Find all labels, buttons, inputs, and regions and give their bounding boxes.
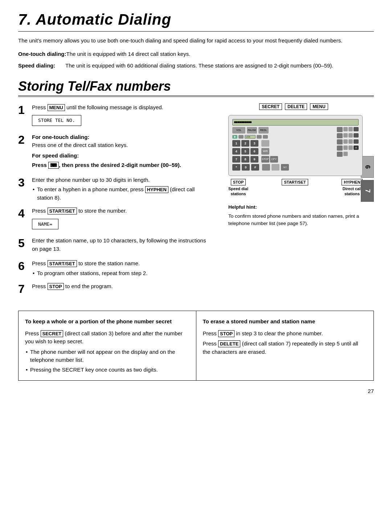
delete-label: DELETE: [285, 103, 307, 110]
start-set-box: START/SET: [282, 179, 308, 185]
dck-2c: [348, 133, 353, 138]
key-2: 2: [241, 140, 249, 147]
start-set-key-s6: START/SET: [48, 260, 77, 267]
dck-4a: [337, 146, 343, 151]
write-key: WR: [261, 148, 269, 155]
volume-key: VOL: [232, 127, 245, 134]
key-9: 9: [250, 156, 258, 163]
step-1-number: 1: [18, 104, 32, 116]
display-name: NAME=: [32, 219, 58, 230]
device-diagram: ■■■■■■■■■■ VOL PAUSE REDL ▶: [228, 115, 363, 176]
diagram-column: SECRET DELETE MENU ■■■■■■■■■■ VOL PAUSE: [217, 103, 374, 300]
dck-1c: [348, 127, 353, 131]
dck-4d: JE: [354, 146, 359, 150]
step-3: 3 Enter the phone number up to 30 digits…: [18, 176, 210, 202]
intro-text: The unit's memory allows you to use both…: [18, 37, 374, 45]
dck-2a: [337, 133, 343, 138]
bottom-right-box: To erase a stored number and station nam…: [196, 311, 374, 380]
start-set-label: START/SET: [282, 179, 308, 186]
step-3-bullet: To enter a hyphen in a phone number, pre…: [32, 185, 210, 202]
step-3-number: 3: [18, 177, 32, 188]
dck-row-4: JE: [337, 146, 359, 151]
stop-function-key: STOP: [261, 156, 269, 163]
key-8: 8: [241, 156, 249, 163]
step-7-content: Press STOP to end the program.: [32, 282, 210, 292]
secret-label: SECRET: [259, 103, 282, 110]
bottom-section: To keep a whole or a portion of the phon…: [18, 311, 374, 381]
step-5-content: Enter the station name, up to 10 charact…: [32, 237, 210, 254]
num-key: ⌨: [48, 162, 59, 169]
section-title: Storing Tel/Fax numbers: [18, 79, 374, 97]
secret-key-inline: SECRET: [41, 330, 64, 337]
func-b: [271, 164, 279, 171]
dck-2d: [354, 133, 359, 138]
bottom-right-p1: Press STOP in step 3 to clear the phone …: [203, 330, 367, 338]
key-hash: #: [251, 164, 259, 171]
key-3: 3: [250, 140, 258, 147]
numpad: 1 2 3 4 5 6: [232, 140, 334, 171]
redial-key: REDL: [258, 127, 269, 134]
device-left-panel: VOL PAUSE REDL ▶ LCD: [232, 127, 334, 172]
step-4-content: Press START/SET to store the number. NAM…: [32, 207, 210, 232]
dck-row-2: [337, 133, 359, 138]
helpful-hint-text: To confirm stored phone numbers and stat…: [228, 213, 363, 228]
dck-3d: [354, 139, 359, 144]
bottom-left-bullet-1: The phone number will not appear on the …: [25, 348, 189, 364]
stop-key-inline: STOP: [218, 330, 234, 337]
step-4-number: 4: [18, 208, 32, 219]
page-title: 7. Automatic Dialing: [18, 11, 374, 28]
led-row: ▶ LCD: [232, 135, 334, 139]
delete-key-inline: DELETE: [218, 340, 240, 347]
speed-dial-label: STOP Speed dialstations: [228, 179, 248, 197]
step-6: 6 Press START/SET to store the station n…: [18, 259, 210, 277]
dck-5a: [337, 152, 343, 157]
step-1: 1 Press MENU until the following message…: [18, 103, 210, 128]
top-function-row: VOL PAUSE REDL: [232, 127, 334, 134]
dck-3b: [343, 139, 348, 144]
dck-5b: [343, 152, 348, 156]
key-4: 4: [232, 148, 240, 155]
bottom-left-bullet-2: Pressing the SECRET key once counts as t…: [25, 366, 189, 374]
step-1-content: Press MENU until the following message i…: [32, 103, 210, 128]
main-content: 1 Press MENU until the following message…: [18, 103, 374, 300]
step-3-content: Enter the phone number up to 30 digits i…: [32, 176, 210, 202]
key-0: 0: [242, 164, 250, 171]
feature-one-touch-desc: The unit is equipped with 14 direct call…: [66, 50, 374, 58]
step-2-number: 2: [18, 134, 32, 146]
step-2-content: For one-touch dialing:Press one of the d…: [32, 133, 210, 171]
dck-row-5: [337, 152, 359, 157]
feature-speed-dial: Speed dialing: The unit is equipped with…: [18, 62, 374, 70]
step-5-number: 5: [18, 237, 32, 249]
bottom-left-p1: Press SECRET (direct call station 3) bef…: [25, 330, 189, 346]
menu-label: MENU: [310, 103, 328, 110]
step-6-number: 6: [18, 260, 32, 272]
dck-2b: [343, 133, 348, 138]
start-set-device-key: SET: [281, 164, 289, 171]
feature-speed-dial-desc: The unit is equipped with 60 additional …: [65, 62, 374, 70]
device-top-labels: SECRET DELETE MENU: [259, 103, 328, 110]
stop-key-s7: STOP: [48, 283, 64, 290]
dck-row-3: [337, 139, 359, 144]
bottom-left-box: To keep a whole or a portion of the phon…: [19, 311, 196, 380]
dck-4b: [343, 146, 348, 150]
dck-3c: [348, 139, 353, 144]
key-1: 1: [232, 140, 240, 147]
step-2: 2 For one-touch dialing:Press one of the…: [18, 133, 210, 171]
tab-6: 6: [361, 156, 374, 178]
helpful-hint-title: Helpful hint:: [228, 204, 363, 211]
step-6-content: Press START/SET to store the station nam…: [32, 259, 210, 277]
alarm-indicator: [261, 140, 269, 147]
key-6: 6: [250, 148, 258, 155]
step-5: 5 Enter the station name, up to 10 chara…: [18, 237, 210, 254]
step-2-sub: For speed dialing: Press ⌨, then press t…: [32, 152, 210, 169]
step-6-bullet: To program other stations, repeat from s…: [32, 269, 210, 278]
menu-key: MENU: [48, 104, 65, 111]
device-display: ■■■■■■■■■■: [232, 119, 359, 126]
dck-4c: [348, 146, 353, 150]
steps-column: 1 Press MENU until the following message…: [18, 103, 210, 300]
dck-1a: [337, 127, 343, 132]
key-7: 7: [232, 156, 240, 163]
key-star: *: [232, 164, 240, 171]
hyphen-box: HYPHEN: [342, 179, 363, 185]
start-set-key-s4: START/SET: [48, 208, 77, 214]
